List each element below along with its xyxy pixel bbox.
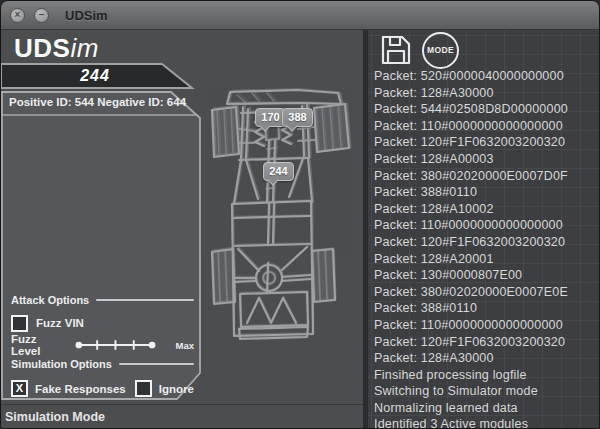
packet-log[interactable]: Packet: 520#0000040000000000 Packet: 128…: [368, 68, 600, 429]
ignore-label: Ignore: [159, 383, 194, 395]
log-line: Packet: 388#0110: [368, 184, 600, 201]
save-button[interactable]: [380, 34, 412, 66]
section-rule: [119, 363, 194, 365]
log-line: Packet: 128#A20001: [368, 251, 600, 268]
log-toolbar: MODE: [380, 32, 600, 68]
titlebar[interactable]: × – UDSim: [1, 1, 599, 30]
fuzz-vin-checkbox[interactable]: [11, 315, 28, 332]
log-line: Packet: 130#0000807E00: [368, 267, 600, 284]
status-bar: Simulation Mode: [1, 404, 363, 429]
simulation-checkboxes-row: X Fake Responses Ignore: [11, 380, 194, 397]
attack-options-label: Attack Options: [11, 294, 89, 306]
minimize-button[interactable]: –: [34, 8, 49, 23]
section-rule: [96, 299, 194, 301]
fake-responses-checkbox[interactable]: X: [11, 380, 28, 397]
log-line: Packet: 388#0110: [368, 300, 600, 317]
log-line: Packet: 128#A00003: [368, 151, 600, 168]
module-tag[interactable]: 388: [282, 108, 313, 127]
status-text: Simulation Mode: [1, 405, 363, 429]
log-line: Normalizing learned data: [368, 400, 600, 417]
simulation-options-label: Simulation Options: [11, 358, 112, 370]
ignore-checkbox[interactable]: [135, 380, 152, 397]
udsim-window: × – UDSim UDSim 244 Positive ID: 544 Neg…: [0, 0, 600, 429]
log-line: Finsihed processing logfile: [368, 367, 600, 384]
simulation-options-section: Simulation Options: [11, 357, 194, 371]
module-id-banner: 244: [1, 64, 189, 88]
fuzz-level-row: Fuzz Level Max: [11, 337, 194, 353]
log-line: Packet: 110#0000000000000000: [368, 118, 600, 135]
log-line: Packet: 120#F1F0632003200320: [368, 334, 600, 351]
close-button[interactable]: ×: [10, 8, 25, 23]
log-line: Packet: 128#A30000: [368, 85, 600, 102]
log-line: Packet: 120#F1F0632003200320: [368, 134, 600, 151]
main-content: UDSim 244 Positive ID: 544 Negative ID: …: [1, 30, 600, 429]
log-line: Identified 3 Active modules: [368, 416, 600, 429]
window-title: UDSim: [65, 8, 108, 23]
floppy-disk-icon: [380, 34, 412, 66]
app-logo-italic: im: [70, 33, 98, 63]
ignore-row: Ignore: [135, 380, 194, 397]
fuzz-vin-row: Fuzz VIN: [11, 315, 194, 331]
fuzz-vin-label: Fuzz VIN: [36, 317, 84, 329]
mode-button[interactable]: MODE: [422, 32, 459, 69]
module-ids-label: Positive ID: 544 Negative ID: 644: [9, 96, 186, 108]
log-line: Packet: 520#0000040000000000: [368, 68, 600, 85]
attack-options-section: Attack Options: [11, 293, 194, 307]
module-tag[interactable]: 244: [263, 162, 294, 181]
fake-responses-row: X Fake Responses: [11, 380, 126, 397]
log-line: Switching to Simulator mode: [368, 383, 600, 400]
fuzz-level-label: Fuzz Level: [11, 333, 67, 357]
log-line: Packet: 120#F1F0632003200320: [368, 234, 600, 251]
fake-responses-label: Fake Responses: [35, 383, 126, 395]
app-logo-bold: UDS: [14, 33, 70, 63]
log-line: Packet: 380#02020000E0007D0F: [368, 168, 600, 185]
packet-log-panel: MODE Packet: 520#0000040000000000 Packet…: [363, 30, 600, 429]
log-line: Packet: 110#0000000000000000: [368, 217, 600, 234]
log-line: Packet: 128#A30000: [368, 350, 600, 367]
fuzz-level-max-label: Max: [176, 340, 194, 351]
log-line: Packet: 110#0000000000000000: [368, 317, 600, 334]
log-line: Packet: 380#02020000E0007E0E: [368, 284, 600, 301]
fuzz-level-slider[interactable]: [75, 337, 167, 353]
log-line: Packet: 544#02508D8D00000000: [368, 101, 600, 118]
options-block: Attack Options Fuzz VIN Fuzz Level Max: [11, 293, 194, 397]
log-line: Packet: 128#A10002: [368, 201, 600, 218]
